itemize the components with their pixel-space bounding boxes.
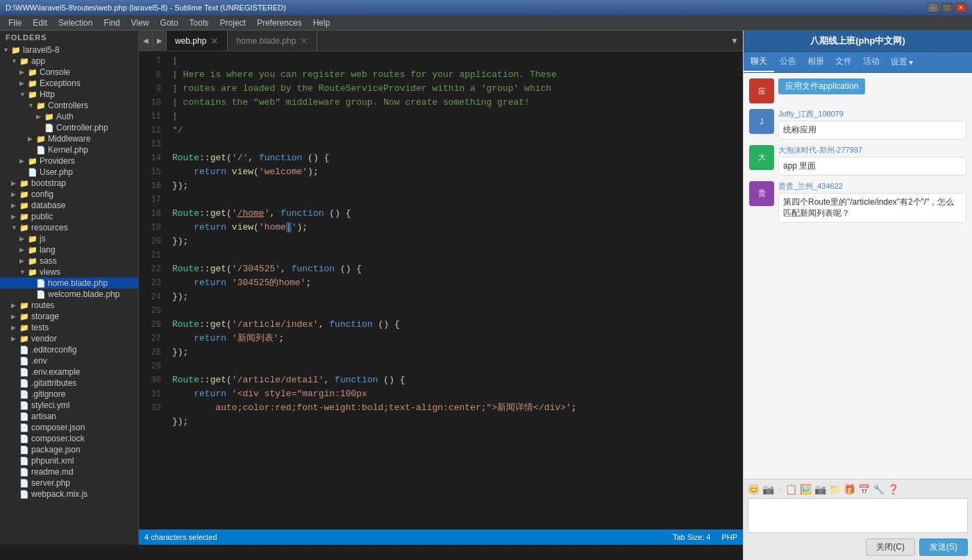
sidebar-item-lang[interactable]: ▶ 📁 lang xyxy=(0,244,138,255)
sidebar-item-label: routes xyxy=(31,300,54,310)
chat-send-button[interactable]: 发送(S) xyxy=(919,538,968,556)
sidebar-item-editorconfig[interactable]: ▶ 📄 .editorconfig xyxy=(0,344,138,355)
app-file-button[interactable]: 应用文件application xyxy=(778,78,865,94)
sidebar-item-user-php[interactable]: ▶ 📄 User.php xyxy=(0,167,138,178)
chat-messages: 应 应用文件application J Joffy_江西_108079 统称应用… xyxy=(744,73,972,479)
chat-nav-chat[interactable]: 聊天 xyxy=(744,52,774,72)
file-icon: 📄 xyxy=(19,423,29,432)
sidebar-item-composer-lock[interactable]: ▶ 📄 composer.lock xyxy=(0,433,138,444)
sidebar-item-console[interactable]: ▶ 📁 Console xyxy=(0,67,138,78)
tab-close-icon[interactable]: ✕ xyxy=(300,35,308,46)
chat-nav-activity[interactable]: 活动 xyxy=(857,52,885,72)
tab-close-icon[interactable]: ✕ xyxy=(210,35,219,46)
menu-help[interactable]: Help xyxy=(308,17,336,29)
sidebar-item-views[interactable]: ▼ 📁 views xyxy=(0,266,138,278)
emoji-gift[interactable]: 🎁 xyxy=(844,484,855,495)
minimize-button[interactable]: − xyxy=(928,3,939,12)
chat-nav-album[interactable]: 相册 xyxy=(802,52,830,72)
sidebar-item-package-json[interactable]: ▶ 📄 package.json xyxy=(0,444,138,455)
tab-nav-next[interactable]: ▶ xyxy=(153,31,167,51)
sidebar-item-kernel-php[interactable]: ▶ 📄 Kernel.php xyxy=(0,144,138,155)
emoji-screenshot[interactable]: 📷 xyxy=(762,484,774,495)
sidebar-item-tests[interactable]: ▶ 📁 tests xyxy=(0,322,138,333)
sidebar-item-app[interactable]: ▼ 📁 app xyxy=(0,56,138,67)
emoji-wrench[interactable]: 🔧 xyxy=(873,484,885,495)
sidebar-item-resources[interactable]: ▼ 📁 resources xyxy=(0,222,138,233)
code-editor[interactable]: 7 8 9 10 11 12 13 14 15 16 17 18 19 20 2… xyxy=(139,51,743,529)
sidebar-item-providers[interactable]: ▶ 📁 Providers xyxy=(0,155,138,167)
spacer: ▶ xyxy=(11,457,19,464)
emoji-question[interactable]: ❓ xyxy=(887,484,899,495)
menu-goto[interactable]: Goto xyxy=(155,17,184,29)
sidebar-item-server-php[interactable]: ▶ 📄 server.php xyxy=(0,477,138,489)
chevron-down-icon: ▼ xyxy=(3,46,11,53)
sidebar-item-home-blade[interactable]: ▶ 📄 home.blade.php xyxy=(0,278,138,289)
menu-selection[interactable]: Selection xyxy=(53,17,98,29)
title-text: D:\WWW\laravel5-8\routes\web.php (larave… xyxy=(6,3,286,12)
folder-icon: 📁 xyxy=(36,101,46,110)
sidebar-item-phpunit[interactable]: ▶ 📄 phpunit.xml xyxy=(0,455,138,466)
sidebar-item-env-example[interactable]: ▶ 📄 .env.example xyxy=(0,366,138,377)
sidebar-item-public[interactable]: ▶ 📁 public xyxy=(0,211,138,222)
sidebar-item-sass[interactable]: ▶ 📁 sass xyxy=(0,255,138,266)
spacer: ▶ xyxy=(28,146,36,153)
sidebar-item-styleci[interactable]: ▶ 📄 styleci.yml xyxy=(0,400,138,411)
tab-home-blade[interactable]: home.blade.php ✕ xyxy=(228,31,317,51)
menu-edit[interactable]: Edit xyxy=(27,17,53,29)
sidebar-item-laravel5-8[interactable]: ▼ 📁 laravel5-8 xyxy=(0,44,138,56)
sidebar-item-controller-php[interactable]: ▶ 📄 Controller.php xyxy=(0,122,138,133)
tab-nav-prev[interactable]: ◀ xyxy=(139,31,153,51)
emoji-calendar[interactable]: 📅 xyxy=(858,484,870,495)
sidebar-item-http[interactable]: ▼ 📁 Http xyxy=(0,89,138,100)
emoji-image[interactable]: 🖼️ xyxy=(800,484,812,495)
sidebar-item-middleware[interactable]: ▶ 📁 Middleware xyxy=(0,133,138,144)
sidebar-item-label: Http xyxy=(40,90,55,99)
sidebar-item-gitattributes[interactable]: ▶ 📄 .gitattributes xyxy=(0,377,138,389)
sidebar-item-vendor[interactable]: ▶ 📁 vendor xyxy=(0,333,138,344)
menu-view[interactable]: View xyxy=(126,17,155,29)
sidebar-item-composer-json[interactable]: ▶ 📄 composer.json xyxy=(0,422,138,433)
spacer: ▶ xyxy=(11,368,19,375)
menu-find[interactable]: Find xyxy=(98,17,125,29)
sidebar-item-routes[interactable]: ▶ 📁 routes xyxy=(0,300,138,311)
emoji-scissors[interactable]: ✂️ xyxy=(777,484,782,495)
message-text: app 里面 xyxy=(778,157,966,176)
chat-input[interactable] xyxy=(748,498,968,533)
sidebar-item-readme[interactable]: ▶ 📄 readme.md xyxy=(0,466,138,477)
menu-preferences[interactable]: Preferences xyxy=(251,17,308,29)
sidebar-item-welcome-blade[interactable]: ▶ 📄 welcome.blade.php xyxy=(0,289,138,300)
spacer: ▶ xyxy=(11,468,19,475)
sidebar-item-bootstrap[interactable]: ▶ 📁 bootstrap xyxy=(0,178,138,189)
menu-project[interactable]: Project xyxy=(215,17,251,29)
sidebar-item-webpack[interactable]: ▶ 📄 webpack.mix.js xyxy=(0,489,138,500)
emoji-folder[interactable]: 📁 xyxy=(829,484,841,495)
chevron-down-icon: ▼ xyxy=(28,102,36,109)
close-button[interactable]: ✕ xyxy=(955,3,966,12)
sidebar-item-gitignore[interactable]: ▶ 📄 .gitignore xyxy=(0,389,138,400)
sidebar-item-js[interactable]: ▶ 📁 js xyxy=(0,233,138,244)
sidebar-item-auth[interactable]: ▶ 📁 Auth xyxy=(0,111,138,122)
code-content[interactable]: | | Here is where you can register web r… xyxy=(167,51,743,529)
maximize-button[interactable]: □ xyxy=(941,3,953,12)
tab-menu-button[interactable]: ▼ xyxy=(726,31,743,51)
emoji-smile[interactable]: 😊 xyxy=(748,484,760,495)
sidebar-item-env[interactable]: ▶ 📄 .env xyxy=(0,355,138,366)
emoji-camera[interactable]: 📷 xyxy=(814,484,826,495)
menu-file[interactable]: File xyxy=(3,17,27,29)
emoji-clipboard[interactable]: 📋 xyxy=(785,484,797,495)
sidebar-item-config[interactable]: ▶ 📁 config xyxy=(0,189,138,200)
chat-cancel-button[interactable]: 关闭(C) xyxy=(866,538,915,556)
sidebar-item-artisan[interactable]: ▶ 📄 artisan xyxy=(0,411,138,422)
sidebar-item-exceptions[interactable]: ▶ 📁 Exceptions xyxy=(0,78,138,89)
chat-nav-file[interactable]: 文件 xyxy=(830,52,857,72)
status-right: Tab Size: 4 PHP xyxy=(673,533,737,541)
menu-tools[interactable]: Tools xyxy=(184,17,215,29)
sidebar-item-storage[interactable]: ▶ 📁 storage xyxy=(0,311,138,322)
chat-nav-settings[interactable]: 设置 ▾ xyxy=(885,52,919,72)
sidebar-item-controllers[interactable]: ▼ 📁 Controllers xyxy=(0,100,138,111)
tab-web-php[interactable]: web.php ✕ xyxy=(167,31,228,51)
sidebar-item-database[interactable]: ▶ 📁 database xyxy=(0,200,138,211)
chevron-right-icon: ▶ xyxy=(11,213,19,220)
chat-nav-notice[interactable]: 公告 xyxy=(774,52,802,72)
spacer: ▶ xyxy=(28,291,36,298)
